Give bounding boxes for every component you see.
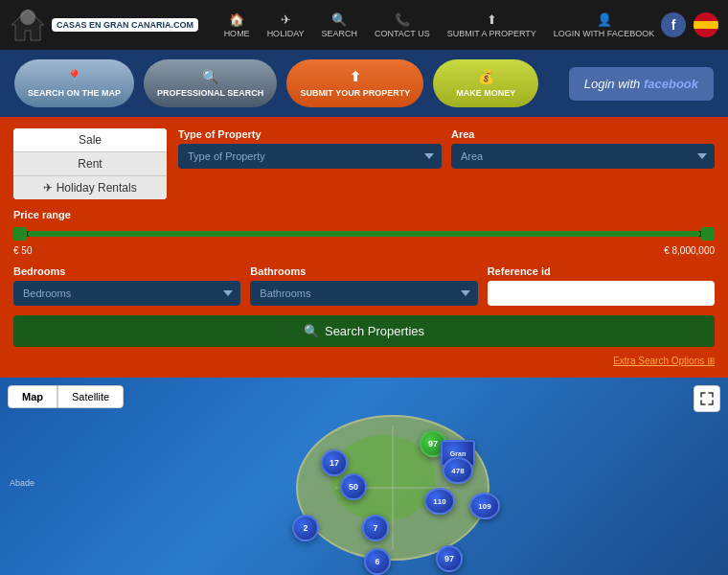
- search-bottom-row: Bedrooms Bedrooms 1 2 3 4 5+ Bathrooms B…: [13, 265, 715, 306]
- prof-search-icon: 🔍: [202, 69, 218, 85]
- area-select[interactable]: Area Las Palmas Sur Norte Este Oeste: [451, 144, 715, 169]
- type-of-property-select[interactable]: Type of Property Apartment House Villa S…: [178, 144, 442, 169]
- reference-id-label: Reference id: [488, 265, 715, 277]
- marker-50[interactable]: 50: [340, 473, 367, 500]
- map-fullscreen-button[interactable]: [694, 385, 720, 412]
- flag-icon[interactable]: [694, 12, 718, 37]
- price-range-section: Price range € 50 € 8,000,000: [13, 209, 715, 256]
- home-icon: 🏠: [229, 12, 244, 27]
- property-area-selects: Type of Property Type of Property Apartm…: [178, 128, 715, 199]
- map-area: 17 50 97 Gran 478 110 109 2 7 97 6 Abade…: [0, 378, 728, 575]
- marker-6[interactable]: 6: [364, 548, 391, 575]
- map-tab-satellite[interactable]: Satellite: [57, 385, 124, 408]
- slider-fill: [28, 231, 701, 237]
- logo-text: CASAS EN GRAN CANARIA.COM: [52, 18, 198, 32]
- logo-house-icon: [10, 8, 46, 42]
- marker-17[interactable]: 17: [321, 449, 348, 476]
- submit-icon: ⬆: [487, 12, 497, 27]
- search-icon: 🔍: [331, 12, 347, 27]
- nav-home[interactable]: 🏠 Home: [224, 12, 250, 38]
- logo-area[interactable]: CASAS EN GRAN CANARIA.COM: [10, 8, 198, 42]
- quick-buttons-row: 📍 Search on the Map 🔍 Professional Searc…: [0, 50, 728, 117]
- map-tab-map[interactable]: Map: [8, 385, 57, 408]
- bedrooms-label: Bedrooms: [13, 265, 240, 277]
- bathrooms-group: Bathrooms Bathrooms 1 2 3 4+: [250, 265, 477, 306]
- nav-fb-login[interactable]: 👤 Login with Facebook: [554, 12, 655, 38]
- navbar: CASAS EN GRAN CANARIA.COM 🏠 Home ✈ Holid…: [0, 0, 728, 50]
- nav-right: f: [661, 12, 718, 37]
- submit-property-button[interactable]: ⬆ Submit Your Property: [286, 59, 423, 107]
- search-btn-icon: 🔍: [304, 324, 319, 338]
- type-of-property-label: Type of Property: [178, 128, 442, 140]
- make-money-button[interactable]: 💰 Make Money: [433, 59, 538, 107]
- extra-search-options-link[interactable]: Extra Search Options ⊞: [613, 356, 715, 366]
- slider-thumb-right[interactable]: [701, 227, 715, 241]
- facebook-nav-icon[interactable]: f: [661, 12, 686, 37]
- facebook-login-button[interactable]: Login with facebook: [569, 67, 714, 101]
- bathrooms-select[interactable]: Bathrooms 1 2 3 4+: [250, 281, 477, 306]
- contact-icon: 📞: [395, 12, 410, 27]
- slider-thumb-left[interactable]: [13, 227, 27, 241]
- price-slider[interactable]: [13, 224, 715, 243]
- type-of-property-group: Type of Property Type of Property Apartm…: [178, 128, 442, 199]
- upload-icon: ⬆: [350, 69, 361, 85]
- price-max-label: € 8,000,000: [664, 245, 715, 256]
- bedrooms-select[interactable]: Bedrooms 1 2 3 4 5+: [13, 281, 240, 306]
- money-icon: 💰: [478, 69, 494, 85]
- reference-id-group: Reference id: [488, 265, 715, 306]
- price-labels: € 50 € 8,000,000: [13, 245, 715, 256]
- nav-submit[interactable]: ⬆ Submit a Property: [447, 12, 536, 38]
- nav-items: 🏠 Home ✈ Holiday 🔍 Search 📞 Contact Us ⬆…: [217, 12, 661, 38]
- map-tabs: Map Satellite: [8, 385, 124, 408]
- map-pin-icon: 📍: [66, 69, 82, 85]
- marker-110[interactable]: 110: [424, 488, 455, 515]
- fb-login-icon: 👤: [597, 12, 612, 27]
- nav-search[interactable]: 🔍 Search: [321, 12, 357, 38]
- nav-holiday[interactable]: ✈ Holiday: [267, 12, 305, 38]
- nav-contact[interactable]: 📞 Contact Us: [375, 12, 430, 38]
- search-on-map-button[interactable]: 📍 Search on the Map: [14, 59, 134, 107]
- search-top-row: Sale Rent ✈ Holiday Rentals Type of Prop…: [13, 128, 715, 199]
- price-range-label: Price range: [13, 209, 715, 220]
- search-btn-label: Search Properties: [325, 324, 424, 338]
- professional-search-button[interactable]: 🔍 Professional Search: [144, 59, 277, 107]
- bedrooms-group: Bedrooms Bedrooms 1 2 3 4 5+: [13, 265, 240, 306]
- marker-2[interactable]: 2: [292, 515, 319, 541]
- marker-478[interactable]: 478: [443, 457, 473, 484]
- marker-97-bottom[interactable]: 97: [436, 545, 463, 572]
- area-group: Area Area Las Palmas Sur Norte Este Oest…: [451, 128, 715, 199]
- marker-109[interactable]: 109: [469, 493, 500, 519]
- search-panel: Sale Rent ✈ Holiday Rentals Type of Prop…: [0, 117, 728, 378]
- fullscreen-icon: [700, 392, 714, 405]
- island-shape: [259, 406, 527, 569]
- holiday-icon: ✈: [281, 12, 291, 27]
- rent-option[interactable]: Rent: [13, 152, 167, 176]
- area-label: Area: [451, 128, 715, 140]
- holiday-rentals-option[interactable]: ✈ Holiday Rentals: [13, 176, 167, 199]
- slider-track: [13, 231, 715, 237]
- search-properties-button[interactable]: 🔍 Search Properties: [13, 315, 715, 347]
- price-min-label: € 50: [13, 245, 32, 256]
- bathrooms-label: Bathrooms: [250, 265, 477, 277]
- marker-7[interactable]: 7: [362, 515, 389, 541]
- reference-id-input[interactable]: [488, 281, 715, 306]
- svg-point-1: [20, 10, 35, 25]
- sale-option[interactable]: Sale: [13, 128, 167, 152]
- coast-label: Abade: [10, 478, 34, 488]
- property-type-column: Sale Rent ✈ Holiday Rentals: [13, 128, 167, 199]
